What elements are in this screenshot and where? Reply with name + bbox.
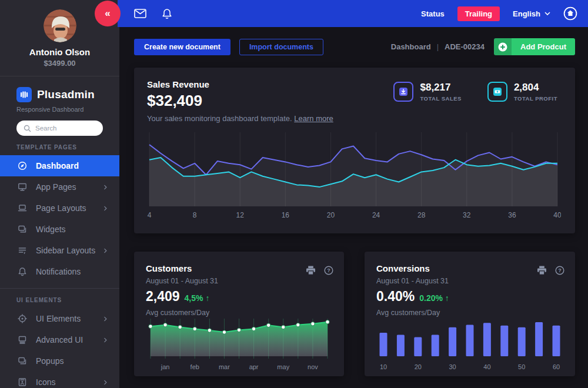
create-document-button[interactable]: Create new document bbox=[134, 39, 230, 55]
svg-text:jan: jan bbox=[161, 363, 170, 370]
sidebar-collapse-button[interactable]: « bbox=[95, 1, 121, 26]
svg-text:?: ? bbox=[558, 267, 562, 273]
chevron-right-icon bbox=[102, 337, 109, 343]
home-icon[interactable] bbox=[563, 6, 577, 21]
stat-value: $8,217 bbox=[420, 82, 461, 93]
sidebar-section-header: UI ELEMENTS bbox=[0, 289, 119, 308]
printer-icon[interactable] bbox=[306, 266, 316, 275]
brand-tagline: Responsive Dashboard bbox=[16, 106, 103, 113]
brand-logo-icon bbox=[16, 87, 32, 102]
sidebar-item-notifications[interactable]: Notifications bbox=[0, 261, 119, 282]
svg-text:mar: mar bbox=[219, 363, 230, 370]
sidebar-item-popups[interactable]: Popups bbox=[0, 350, 119, 372]
svg-text:28: 28 bbox=[417, 211, 426, 219]
sales-subtitle: Your sales monitoring dashboard template… bbox=[147, 114, 292, 123]
target-icon bbox=[18, 314, 28, 323]
conversions-title: Conversions bbox=[376, 263, 449, 273]
svg-text:40: 40 bbox=[483, 363, 490, 370]
svg-text:16: 16 bbox=[282, 211, 290, 219]
stat-item: 2,804TOTAL PROFIT bbox=[487, 82, 557, 102]
customers-card: Customers August 01 - August 31 ? 2,409 … bbox=[134, 252, 344, 376]
avatar[interactable] bbox=[44, 9, 76, 42]
svg-text:40: 40 bbox=[553, 211, 561, 219]
stat-label: TOTAL SALES bbox=[420, 95, 461, 102]
inbox-icon bbox=[393, 82, 413, 102]
status-label[interactable]: Status bbox=[421, 9, 445, 18]
svg-text:20: 20 bbox=[415, 363, 422, 370]
arrow-up-icon: ↑ bbox=[205, 293, 209, 303]
sales-revenue-card: Sales Revenue $32,409 Your sales monitor… bbox=[134, 68, 575, 233]
breadcrumb-page[interactable]: Dashboard bbox=[391, 42, 431, 51]
conversions-value: 0.40% bbox=[376, 289, 415, 305]
user-balance: $3499.00 bbox=[0, 59, 119, 68]
customers-delta: 4,5% ↑ bbox=[185, 293, 210, 303]
sidebar-item-ui-elements[interactable]: UI Elements bbox=[0, 308, 119, 329]
conversions-period: August 01 - August 31 bbox=[376, 277, 449, 285]
chevron-right-icon bbox=[102, 316, 109, 322]
customers-area-chart: janfebmaraprmaynov bbox=[146, 317, 332, 376]
svg-text:may: may bbox=[277, 363, 289, 370]
chevron-right-icon bbox=[102, 379, 109, 386]
sales-title: Sales Revenue bbox=[147, 79, 333, 89]
bell-icon[interactable] bbox=[162, 8, 172, 19]
sidebar-item-widgets[interactable]: Widgets bbox=[0, 219, 119, 240]
sidebar-item-advanced-ui[interactable]: Advanced UI bbox=[0, 329, 119, 350]
svg-text:30: 30 bbox=[449, 363, 456, 370]
search-box[interactable] bbox=[16, 121, 103, 136]
search-icon bbox=[24, 125, 31, 132]
svg-text:nov: nov bbox=[308, 363, 318, 370]
conversions-card: Conversions August 01 - August 31 ? 0.40… bbox=[365, 252, 575, 376]
sidebar-item-page-layouts[interactable]: Page Layouts bbox=[0, 198, 119, 219]
language-dropdown[interactable]: English bbox=[513, 9, 550, 18]
sidebar-item-sidebar-layouts[interactable]: Sidebar Layouts bbox=[0, 240, 119, 261]
sidebar: Antonio Olson $3499.00 Plusadmin Respons… bbox=[0, 0, 119, 388]
plus-icon bbox=[494, 38, 512, 55]
brand: Plusadmin Responsive Dashboard bbox=[0, 76, 119, 113]
sidebar-item-dashboard[interactable]: Dashboard bbox=[0, 155, 119, 176]
add-product-button[interactable]: Add Prodcut bbox=[494, 38, 575, 55]
mail-icon[interactable] bbox=[134, 9, 146, 18]
breadcrumb-code: ADE-00234 bbox=[445, 42, 485, 51]
svg-text:10: 10 bbox=[380, 363, 387, 370]
sidebar-section-header: TEMPLATE PAGES bbox=[0, 136, 119, 155]
conversions-caption: Avg customers/Day bbox=[376, 309, 440, 317]
svg-text:60: 60 bbox=[553, 363, 560, 370]
help-icon[interactable]: ? bbox=[555, 266, 564, 275]
language-label: English bbox=[513, 9, 540, 18]
svg-text:20: 20 bbox=[327, 211, 335, 219]
compass-icon bbox=[18, 161, 28, 170]
svg-text:feb: feb bbox=[191, 363, 199, 370]
customers-value: 2,409 bbox=[146, 289, 180, 305]
sidebar-section: TEMPLATE PAGESDashboardApp PagesPage Lay… bbox=[0, 136, 119, 282]
svg-text:36: 36 bbox=[508, 211, 516, 219]
search-input[interactable] bbox=[35, 125, 96, 132]
help-icon[interactable]: ? bbox=[324, 266, 333, 275]
learn-more-link[interactable]: Learn more bbox=[294, 114, 333, 123]
monitor-icon bbox=[18, 182, 28, 192]
sales-stats: $8,217TOTAL SALES2,804TOTAL PROFIT bbox=[393, 82, 557, 102]
laptop-icon bbox=[18, 203, 28, 213]
sidebar-item-icons[interactable]: Icons bbox=[0, 372, 119, 388]
sidebar-nav: TEMPLATE PAGESDashboardApp PagesPage Lay… bbox=[0, 136, 119, 388]
sidebar-item-app-pages[interactable]: App Pages bbox=[0, 176, 119, 198]
add-product-label: Add Prodcut bbox=[512, 38, 575, 55]
stat-value: 2,804 bbox=[514, 82, 557, 93]
sales-amount: $32,409 bbox=[147, 92, 333, 110]
customers-caption: Avg customers/Day bbox=[146, 309, 209, 317]
customers-title: Customers bbox=[146, 263, 218, 273]
stat-label: TOTAL PROFIT bbox=[514, 95, 557, 102]
sidebar-section: UI ELEMENTSUI ElementsAdvanced UIPopupsI… bbox=[0, 288, 119, 388]
screen-icon bbox=[18, 335, 28, 344]
svg-text:32: 32 bbox=[463, 211, 471, 219]
import-documents-button[interactable]: Import documents bbox=[239, 39, 323, 55]
svg-text:8: 8 bbox=[193, 211, 197, 219]
trailing-badge[interactable]: Trailing bbox=[457, 6, 500, 21]
svg-text:apr: apr bbox=[249, 363, 259, 370]
user-name: Antonio Olson bbox=[0, 47, 119, 57]
stat-item: $8,217TOTAL SALES bbox=[393, 82, 461, 102]
printer-icon[interactable] bbox=[537, 266, 547, 275]
cash-icon bbox=[487, 82, 507, 102]
svg-text:?: ? bbox=[327, 267, 330, 273]
customers-period: August 01 - August 31 bbox=[146, 277, 218, 285]
conversions-bar-chart: 102030405060 bbox=[376, 317, 563, 376]
